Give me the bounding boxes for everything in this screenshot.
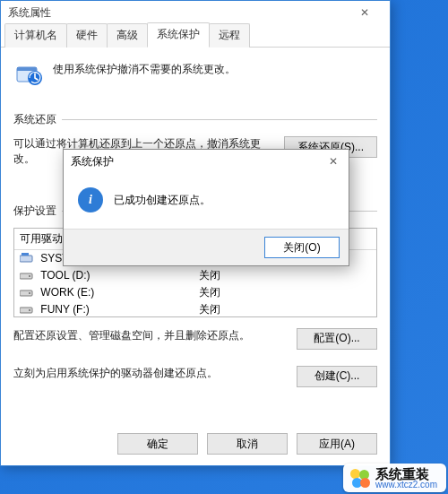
close-icon[interactable]: ✕ [347,2,383,23]
tab-system-protection[interactable]: 系统保护 [147,22,210,48]
drive-name: WORK (E:) [40,286,94,299]
svg-rect-4 [22,253,29,256]
drive-name: TOOL (D:) [40,269,90,282]
message-titlebar[interactable]: 系统保护 ✕ [64,150,349,173]
message-box: 系统保护 ✕ i 已成功创建还原点。 关闭(O) [63,149,349,266]
dialog-footer: 确定 取消 应用(A) [117,433,377,455]
close-icon[interactable]: ✕ [325,155,341,168]
window-title: 系统属性 [8,5,51,21]
drive-status: 关闭 [194,285,301,300]
watermark-logo-icon [350,469,370,489]
tab-advanced[interactable]: 高级 [107,23,148,48]
window-titlebar[interactable]: 系统属性 ✕ [1,1,390,24]
svg-rect-1 [17,67,37,71]
group-label-settings: 保护设置 [13,204,56,219]
drive-row[interactable]: FUNY (F:) 关闭 [14,301,376,317]
drive-icon [20,253,34,264]
group-label-restore: 系统还原 [13,112,56,127]
create-description: 立刻为启用系统保护的驱动器创建还原点。 [13,366,289,381]
message-title: 系统保护 [71,154,114,169]
info-icon: i [78,187,103,212]
ok-button[interactable]: 确定 [117,433,198,455]
tab-computer-name[interactable]: 计算机名 [4,23,67,48]
drive-icon [20,287,34,298]
cancel-button[interactable]: 取消 [207,433,288,455]
message-close-button[interactable]: 关闭(O) [264,237,340,258]
drive-row[interactable]: WORK (E:) 关闭 [14,284,376,301]
watermark-name: 系统重装 [375,467,437,481]
configure-description: 配置还原设置、管理磁盘空间，并且删除还原点。 [13,328,289,343]
drive-row[interactable]: TOOL (D:) 关闭 [14,267,376,284]
tab-hardware[interactable]: 硬件 [66,23,108,48]
svg-point-10 [29,309,30,311]
group-system-restore: 系统还原 [13,112,377,127]
system-protection-icon [13,58,44,89]
watermark-url: www.xtcz2.com [375,481,437,490]
svg-rect-3 [20,256,32,262]
svg-point-8 [29,292,30,294]
tab-strip: 计算机名 硬件 高级 系统保护 远程 [1,24,390,48]
drive-name: FUNY (F:) [40,303,89,316]
message-text: 已成功创建还原点。 [114,193,211,208]
watermark: 系统重装 www.xtcz2.com [343,464,446,492]
intro-text: 使用系统保护撤消不需要的系统更改。 [53,62,236,77]
svg-point-6 [29,275,30,277]
tab-remote[interactable]: 远程 [209,23,250,48]
drive-status: 关闭 [194,302,301,317]
drive-status: 关闭 [194,268,301,283]
apply-button[interactable]: 应用(A) [297,433,377,455]
create-button[interactable]: 创建(C)... [297,366,377,387]
drive-icon [20,304,34,315]
configure-button[interactable]: 配置(O)... [297,328,377,350]
drive-icon [20,270,34,281]
